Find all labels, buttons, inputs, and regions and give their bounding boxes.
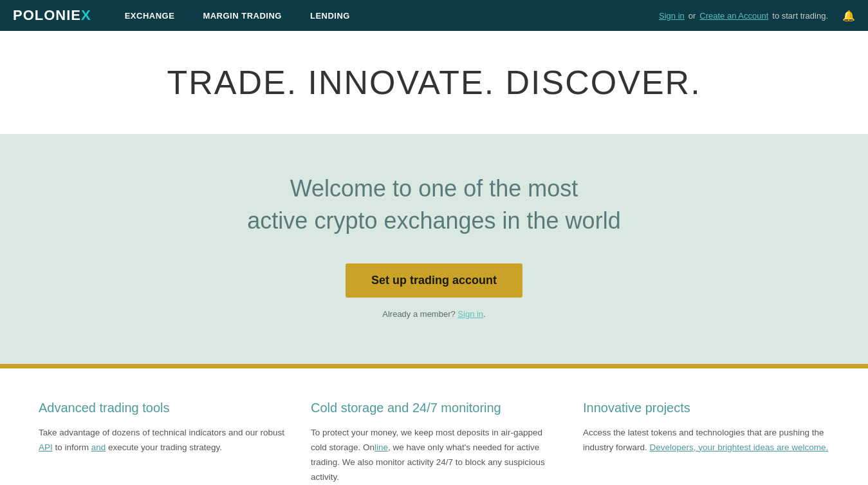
api-link[interactable]: API — [39, 442, 53, 452]
already-text: Already a member? — [382, 309, 455, 319]
feature-advanced-trading-body: Take advantage of dozens of technical in… — [39, 426, 285, 455]
signin-hero-link[interactable]: Sign in — [457, 309, 483, 319]
already-member-text: Already a member? Sign in. — [13, 309, 855, 319]
auth-or: or — [688, 11, 696, 21]
logo-main-text: POLONIE — [13, 7, 81, 24]
nav-auth: Sign in or Create an Account to start tr… — [659, 10, 855, 22]
feature-cold-storage-title: Cold storage and 24/7 monitoring — [311, 401, 557, 415]
feature-advanced-trading-title: Advanced trading tools — [39, 401, 285, 415]
logo[interactable]: POLONIEX — [13, 7, 91, 24]
create-account-link[interactable]: Create an Account — [699, 11, 768, 21]
online-link[interactable]: line — [374, 442, 388, 452]
feature-innovative-projects: Innovative projects Access the latest to… — [583, 401, 829, 485]
auth-suffix: to start trading. — [772, 11, 828, 21]
hero-section: Welcome to one of the most active crypto… — [0, 134, 868, 366]
hero-subheading: Welcome to one of the most active crypto… — [13, 173, 855, 238]
feature-innovative-body: Access the latest tokens and technologie… — [583, 426, 829, 455]
signin-period: . — [483, 309, 486, 319]
nav-margin-trading[interactable]: MARGIN TRADING — [189, 0, 296, 31]
notification-bell-icon[interactable]: 🔔 — [842, 10, 855, 22]
feature-innovative-title: Innovative projects — [583, 401, 829, 415]
nav-lending[interactable]: LENDING — [296, 0, 364, 31]
feature-cold-storage-body: To protect your money, we keep most depo… — [311, 426, 557, 485]
feature-advanced-trading: Advanced trading tools Take advantage of… — [39, 401, 285, 485]
hero-title-bar: TRADE. INNOVATE. DISCOVER. — [0, 31, 868, 134]
feature-cold-storage: Cold storage and 24/7 monitoring To prot… — [311, 401, 557, 485]
nav-exchange[interactable]: EXCHANGE — [111, 0, 189, 31]
developers-link[interactable]: Developers, your brightest ideas are wel… — [650, 442, 829, 452]
features-section: Advanced trading tools Take advantage of… — [0, 368, 868, 485]
logo-x: X — [81, 7, 91, 24]
hero-line1: Welcome to one of the most — [290, 175, 578, 202]
signin-link[interactable]: Sign in — [659, 11, 685, 21]
nav-links: EXCHANGE MARGIN TRADING LENDING — [111, 0, 659, 31]
setup-account-button[interactable]: Set up trading account — [346, 263, 522, 298]
and-link[interactable]: and — [91, 442, 106, 452]
navbar: POLONIEX EXCHANGE MARGIN TRADING LENDING… — [0, 0, 868, 31]
hero-line2: active crypto exchanges in the world — [247, 207, 620, 234]
main-headline: TRADE. INNOVATE. DISCOVER. — [13, 63, 855, 102]
